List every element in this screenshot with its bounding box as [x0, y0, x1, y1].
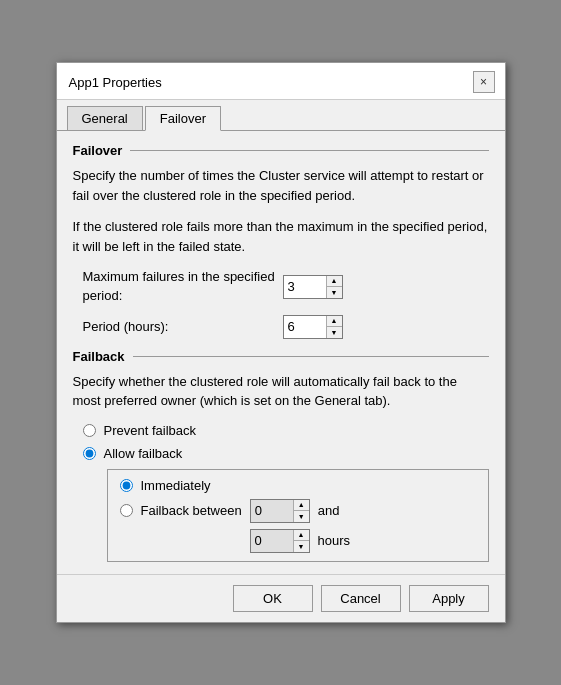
- failback-to-increment[interactable]: ▲: [294, 530, 309, 542]
- and-label: and: [318, 503, 340, 518]
- allow-failback-row: Allow failback: [83, 446, 489, 461]
- failback-between-radio[interactable]: [120, 504, 133, 517]
- period-decrement[interactable]: ▼: [327, 327, 342, 338]
- hours-label: hours: [318, 533, 351, 548]
- allow-failback-radio[interactable]: [83, 447, 96, 460]
- failover-divider-line: [130, 150, 488, 151]
- failback-from-increment[interactable]: ▲: [294, 500, 309, 512]
- failback-between-row: Failback between ▲ ▼ and: [120, 499, 476, 523]
- dialog-title: App1 Properties: [69, 75, 162, 90]
- failover-heading: Failover: [73, 143, 123, 158]
- failback-options-box: Immediately Failback between ▲ ▼: [107, 469, 489, 562]
- max-failures-increment[interactable]: ▲: [327, 276, 342, 288]
- failback-from-spinner: ▲ ▼: [250, 499, 310, 523]
- ok-button[interactable]: OK: [233, 585, 313, 612]
- max-failures-row: Maximum failures in the specified period…: [73, 268, 489, 304]
- failback-from-input[interactable]: [251, 500, 293, 522]
- dialog-window: App1 Properties × General Failover Failo…: [56, 62, 506, 622]
- apply-button[interactable]: Apply: [409, 585, 489, 612]
- cancel-button[interactable]: Cancel: [321, 585, 401, 612]
- period-label: Period (hours):: [83, 318, 283, 336]
- failback-to-row: ▲ ▼ hours: [120, 529, 476, 553]
- failover-description1: Specify the number of times the Cluster …: [73, 166, 489, 205]
- failback-from-spinner-buttons: ▲ ▼: [293, 500, 309, 522]
- failback-to-decrement[interactable]: ▼: [294, 541, 309, 552]
- close-button[interactable]: ×: [473, 71, 495, 93]
- period-increment[interactable]: ▲: [327, 316, 342, 328]
- failback-description: Specify whether the clustered role will …: [73, 372, 489, 411]
- failback-to-spinner: ▲ ▼: [250, 529, 310, 553]
- failback-to-spinner-buttons: ▲ ▼: [293, 530, 309, 552]
- max-failures-spinner: ▲ ▼: [283, 275, 343, 299]
- max-failures-decrement[interactable]: ▼: [327, 287, 342, 298]
- tab-general[interactable]: General: [67, 106, 143, 130]
- tab-bar: General Failover: [57, 100, 505, 131]
- prevent-failback-row: Prevent failback: [83, 423, 489, 438]
- period-spinner-buttons: ▲ ▼: [326, 316, 342, 338]
- prevent-failback-radio[interactable]: [83, 424, 96, 437]
- dialog-footer: OK Cancel Apply: [57, 574, 505, 622]
- failback-from-decrement[interactable]: ▼: [294, 511, 309, 522]
- max-failures-spinner-buttons: ▲ ▼: [326, 276, 342, 298]
- max-failures-input[interactable]: [284, 276, 326, 298]
- period-spinner: ▲ ▼: [283, 315, 343, 339]
- prevent-failback-label: Prevent failback: [104, 423, 197, 438]
- immediately-radio[interactable]: [120, 479, 133, 492]
- failover-description2: If the clustered role fails more than th…: [73, 217, 489, 256]
- tab-failover[interactable]: Failover: [145, 106, 221, 131]
- failback-divider-line: [133, 356, 489, 357]
- immediately-label: Immediately: [141, 478, 211, 493]
- failback-between-label: Failback between: [141, 503, 242, 518]
- failback-to-input[interactable]: [251, 530, 293, 552]
- period-row: Period (hours): ▲ ▼: [73, 315, 489, 339]
- allow-failback-label: Allow failback: [104, 446, 183, 461]
- failover-section-header: Failover: [73, 143, 489, 158]
- failback-heading: Failback: [73, 349, 125, 364]
- max-failures-label: Maximum failures in the specified period…: [83, 268, 283, 304]
- tab-content: Failover Specify the number of times the…: [57, 131, 505, 573]
- period-input[interactable]: [284, 316, 326, 338]
- title-bar: App1 Properties ×: [57, 63, 505, 100]
- failback-section-header: Failback: [73, 349, 489, 364]
- immediately-row: Immediately: [120, 478, 476, 493]
- failback-radio-group: Prevent failback Allow failback Immediat…: [73, 423, 489, 562]
